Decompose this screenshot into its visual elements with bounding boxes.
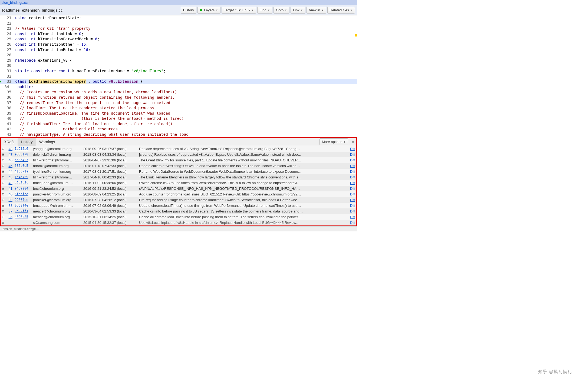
diff-link[interactable]: Diff	[347, 204, 355, 208]
diff-link[interactable]: Diff	[347, 209, 355, 213]
line-number[interactable]: 32	[0, 74, 14, 79]
tab-history[interactable]: History	[18, 138, 36, 146]
line-content[interactable]: // requestTime: The time the request to …	[14, 100, 357, 106]
code-line[interactable]: 29namespace extensions_v8 {	[0, 58, 357, 63]
history-row[interactable]: ⊟4441b671atyoshino@chromium.org2017-08-0…	[1, 169, 356, 174]
row-index[interactable]: 38	[5, 204, 12, 208]
diff-link[interactable]: Diff	[347, 158, 355, 162]
diff-link[interactable]: Diff	[347, 152, 355, 157]
expand-icon[interactable]: ⊞	[2, 215, 4, 219]
diff-link[interactable]: Diff	[347, 192, 355, 196]
line-number[interactable]: 42	[0, 127, 14, 132]
collapse-icon[interactable]: ⊟	[2, 153, 4, 156]
line-number[interactable]: 40	[0, 116, 14, 121]
code-line[interactable]: ▶33class LoadTimesExtensionWrapper : pub…	[0, 79, 357, 84]
line-content[interactable]: // loadTime: The time the renderer start…	[14, 105, 357, 111]
line-number[interactable]: 31	[0, 68, 14, 74]
row-index[interactable]: 39	[5, 198, 12, 202]
line-number[interactable]: 27	[0, 47, 14, 53]
code-editor[interactable]: 21using content::DocumentState;2223// Va…	[0, 15, 357, 137]
tab-warnings[interactable]: Warnings	[36, 138, 58, 146]
row-index[interactable]: 42	[5, 181, 12, 185]
line-content[interactable]: using content::DocumentState;	[14, 15, 357, 21]
line-content[interactable]: public:	[14, 84, 357, 90]
history-row[interactable]: ⊟46a30d423blink-reformat@chromi…2018-04-…	[1, 157, 356, 163]
layers-button[interactable]: Layers▼	[197, 7, 220, 14]
line-content[interactable]: // finishDocumentLoadTime: The time the …	[14, 111, 357, 116]
code-line[interactable]: 41 // finishLoadTime: The time all loadi…	[0, 121, 357, 127]
line-number[interactable]: 25	[0, 36, 14, 42]
line-number[interactable]: 38	[0, 105, 14, 111]
code-line[interactable]: 26const int kTransitionOther = 15;	[0, 42, 357, 47]
line-content[interactable]	[14, 52, 357, 58]
commit-hash[interactable]: a30d423	[15, 158, 31, 162]
related-files-button[interactable]: Related files▼	[327, 7, 355, 14]
row-index[interactable]: 45	[5, 164, 12, 168]
line-content[interactable]	[14, 21, 357, 26]
row-index[interactable]: 48	[5, 147, 12, 151]
code-line[interactable]: 25const int kTransitionForwardBack = 6;	[0, 36, 357, 42]
find-button[interactable]: Find▼	[257, 7, 272, 14]
line-content[interactable]: // This function returns an object conta…	[14, 95, 357, 100]
code-line[interactable]: 38 // loadTime: The time the renderer st…	[0, 105, 357, 111]
row-index[interactable]: 40	[5, 192, 12, 196]
close-icon[interactable]: ✕	[350, 140, 356, 144]
collapse-icon[interactable]: ⊟	[2, 221, 4, 224]
collapse-icon[interactable]: ⊟	[2, 147, 4, 151]
collapse-icon[interactable]: ⊟	[2, 187, 4, 190]
commit-hash[interactable]: a2b3e8c	[15, 181, 31, 185]
collapse-icon[interactable]: ⊟	[2, 158, 4, 162]
commit-hash[interactable]: 3fcbfce	[15, 192, 31, 196]
link-button[interactable]: Link▼	[291, 7, 305, 14]
line-number[interactable]: 35	[0, 89, 14, 95]
diff-link[interactable]: Diff	[347, 181, 355, 185]
code-line[interactable]: 40 // (this is before the onload() metho…	[0, 116, 357, 121]
row-index[interactable]: 41	[5, 187, 12, 191]
code-line[interactable]: 36 // This function returns an object co…	[0, 95, 357, 100]
commit-hash[interactable]: 94c9284	[15, 187, 31, 190]
collapse-icon[interactable]: ⊟	[2, 192, 4, 196]
breadcrumb-link[interactable]: sion_bindings.cc	[2, 1, 28, 5]
line-number[interactable]: 28	[0, 52, 14, 58]
history-row[interactable]: ⊟431c4d759blink-reformat@chromi…2017-04-…	[1, 174, 356, 180]
commit-hash[interactable]: 4026d85	[15, 215, 31, 219]
line-content[interactable]	[14, 63, 357, 68]
line-number[interactable]: 21	[0, 15, 14, 21]
line-content[interactable]	[14, 74, 357, 79]
commit-hash[interactable]: 1d9f5a6	[15, 147, 31, 151]
line-content[interactable]: class LoadTimesExtensionWrapper : public…	[14, 79, 357, 84]
line-number[interactable]: 41	[0, 121, 14, 127]
commit-hash[interactable]: 0d38f4e	[15, 204, 31, 207]
code-line[interactable]: 31static const char* const kLoadTimesExt…	[0, 68, 357, 74]
collapse-icon[interactable]: ⊟	[2, 181, 4, 185]
line-number[interactable]: 33	[0, 79, 14, 84]
code-line[interactable]: 30	[0, 63, 357, 68]
history-row[interactable]: ⊞364026d85meacer@chromium.org2015-10-31 …	[1, 214, 356, 220]
commit-hash[interactable]: e553178	[15, 152, 31, 156]
history-row[interactable]: ⊟380d38f4ebmcquade@chromium.…2016-07-02 …	[1, 203, 356, 208]
line-content[interactable]: // (this is before the onload() method i…	[14, 116, 357, 121]
target-os-button[interactable]: Target OS: Linux▼	[222, 7, 256, 14]
line-content[interactable]: // method and all resources	[14, 127, 357, 132]
history-row[interactable]: ⊟3999807eepanicker@chromium.org2016-07-2…	[1, 197, 356, 203]
code-line[interactable]: 24const int kTransitionLink = 0;	[0, 31, 357, 37]
row-index[interactable]: 46	[5, 158, 12, 162]
line-number[interactable]: 39	[0, 111, 14, 116]
code-line[interactable]: 37 // requestTime: The time the request …	[0, 100, 357, 106]
line-content[interactable]: // Values for CSI "tran" property	[14, 26, 357, 31]
goto-button[interactable]: Goto▼	[273, 7, 289, 14]
line-content[interactable]: namespace extensions_v8 {	[14, 58, 357, 63]
history-row[interactable]: ⊟42a2b3e8cbmcquade@chromium.…2016-11-02 …	[1, 180, 356, 186]
more-options-button[interactable]: More options▼	[319, 138, 348, 145]
diff-link[interactable]: Diff	[347, 170, 355, 174]
line-content[interactable]: const int kTransitionReload = 16;	[14, 47, 357, 53]
row-index[interactable]: 47	[5, 152, 12, 157]
code-line[interactable]: 27const int kTransitionReload = 16;	[0, 47, 357, 53]
diff-link[interactable]: Diff	[347, 164, 355, 168]
diff-link[interactable]: Diff	[347, 198, 355, 202]
line-number[interactable]: 24	[0, 31, 14, 37]
line-content[interactable]: // finishLoadTime: The time all loading …	[14, 121, 357, 127]
code-line[interactable]: 21using content::DocumentState;	[0, 15, 357, 21]
line-content[interactable]: const int kTransitionLink = 0;	[14, 31, 357, 37]
commit-hash[interactable]: 41b671a	[15, 170, 31, 173]
